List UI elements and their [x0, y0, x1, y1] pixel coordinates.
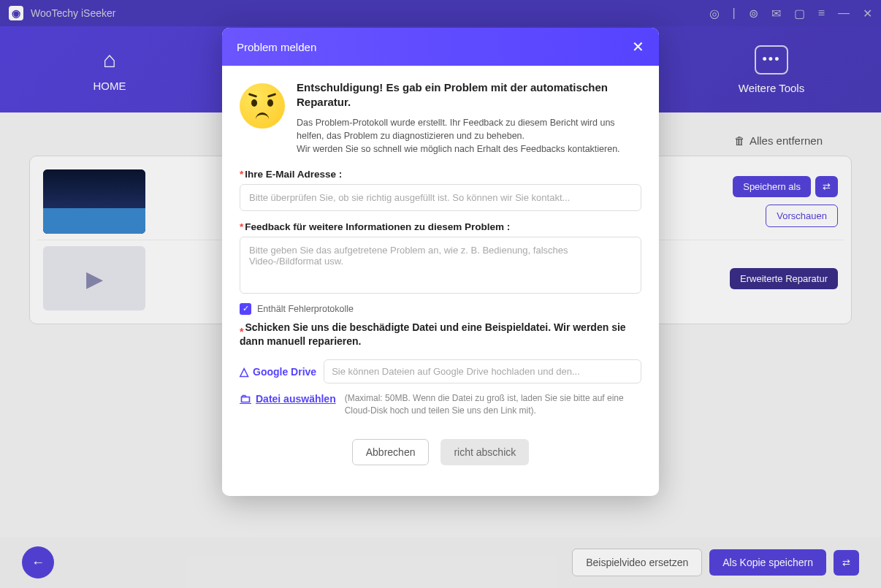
email-input[interactable]	[240, 184, 641, 211]
report-problem-modal: Problem melden ✕ Entschuldigung! Es gab …	[222, 28, 659, 496]
modal-overlay: Problem melden ✕ Entschuldigung! Es gab …	[0, 0, 881, 588]
include-logs-row[interactable]: ✓ Enthält Fehlerprotokolle	[240, 303, 641, 315]
modal-header: Problem melden ✕	[222, 28, 659, 66]
feedback-textarea[interactable]	[240, 237, 641, 294]
folder-icon: 🗀	[240, 392, 251, 405]
sad-emoji-icon	[240, 83, 285, 129]
google-drive-input[interactable]	[324, 359, 641, 383]
modal-body: Entschuldigung! Es gab ein Problem mit d…	[222, 66, 659, 496]
choose-file-button[interactable]: 🗀 Datei auswählen	[240, 392, 336, 405]
modal-close-icon[interactable]: ✕	[632, 38, 644, 56]
modal-footer: Abbrechen richt abschick	[240, 424, 641, 486]
feedback-label: *Feedback für weitere Informationen zu d…	[240, 221, 641, 232]
choose-file-row: 🗀 Datei auswählen (Maximal: 50MB. Wenn d…	[240, 392, 641, 417]
include-logs-label: Enthält Fehlerprotokolle	[257, 304, 354, 314]
apology-block: Entschuldigung! Es gab ein Problem mit d…	[240, 80, 641, 156]
google-drive-icon: △	[240, 364, 248, 378]
cancel-button[interactable]: Abbrechen	[352, 439, 430, 465]
apology-text: Das Problem-Protokoll wurde erstellt. Ih…	[297, 116, 641, 156]
file-size-hint: (Maximal: 50MB. Wenn die Datei zu groß i…	[345, 392, 641, 417]
submit-button[interactable]: richt abschick	[440, 439, 529, 465]
upload-prompt: *Schicken Sie uns die beschädigte Datei …	[240, 321, 641, 349]
checkbox-checked-icon[interactable]: ✓	[240, 303, 251, 315]
modal-title: Problem melden	[237, 41, 316, 53]
google-drive-button[interactable]: △ Google Drive	[240, 364, 316, 378]
google-drive-row: △ Google Drive	[240, 359, 641, 383]
apology-heading: Entschuldigung! Es gab ein Problem mit d…	[297, 80, 641, 110]
email-label: *Ihre E-Mail Adresse :	[240, 169, 641, 180]
